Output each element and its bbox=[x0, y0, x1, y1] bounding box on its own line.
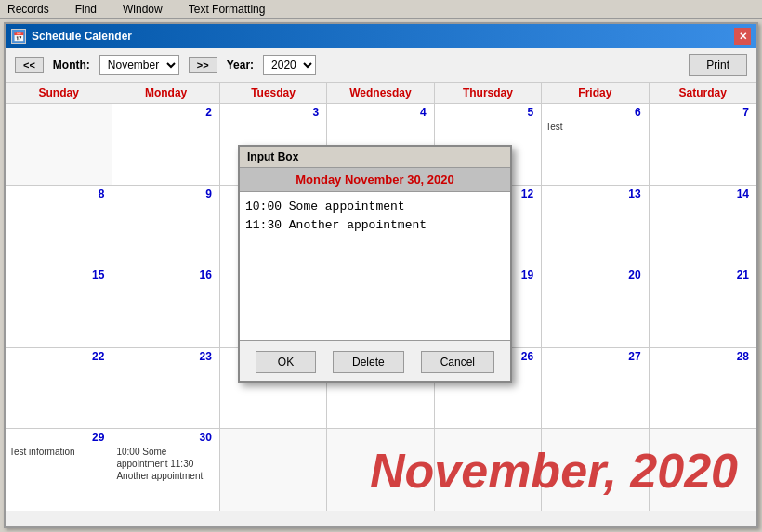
menu-find[interactable]: Find bbox=[72, 3, 100, 16]
input-box-dialog: Input Box Monday November 30, 2020 10:00… bbox=[238, 145, 512, 383]
dialog-delete-button[interactable]: Delete bbox=[333, 351, 404, 373]
dialog-cancel-button[interactable]: Cancel bbox=[421, 351, 494, 373]
menu-records[interactable]: Records bbox=[4, 3, 53, 16]
dialog-ok-button[interactable]: OK bbox=[256, 351, 316, 373]
dialog-overlay: Input Box Monday November 30, 2020 10:00… bbox=[6, 24, 756, 526]
menu-window[interactable]: Window bbox=[119, 3, 166, 16]
menubar: Records Find Window Text Formatting bbox=[0, 0, 762, 19]
dialog-titlebar: Input Box bbox=[240, 147, 510, 168]
main-window: 📅 Schedule Calender ✕ << Month: November… bbox=[4, 22, 758, 528]
menu-text-formatting[interactable]: Text Formatting bbox=[185, 3, 269, 16]
dialog-title: Input Box bbox=[247, 150, 298, 163]
dialog-date-header: Monday November 30, 2020 bbox=[240, 168, 510, 192]
dialog-textarea[interactable]: 10:00 Some appointment 11:30 Another app… bbox=[240, 192, 510, 341]
dialog-buttons: OK Delete Cancel bbox=[240, 344, 510, 381]
